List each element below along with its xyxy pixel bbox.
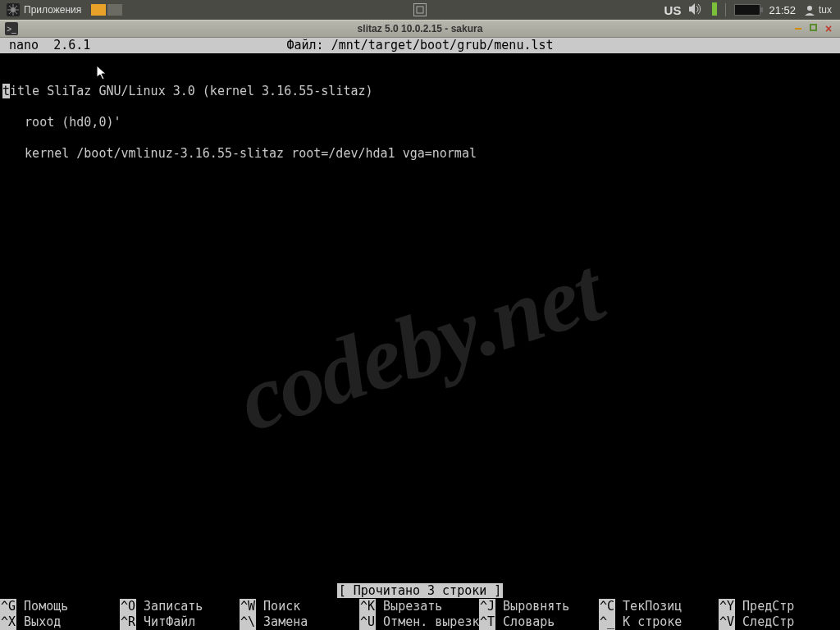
nano-file-label: Файл: /mnt/target/boot/grub/menu.lst <box>286 38 553 53</box>
nano-shortcut-search: ^W Поиск <box>240 599 359 614</box>
editor-line: kernel /boot/vmlinuz-3.16.55-slitaz root… <box>0 146 840 162</box>
user-icon <box>804 4 815 16</box>
taskbar-item-active[interactable] <box>91 4 106 16</box>
nano-shortcut-exit: ^X Выход <box>0 614 120 630</box>
taskbar-item[interactable] <box>107 4 122 16</box>
nano-footer: [ Прочитано 3 строки ] ^G Помощь ^O Запи… <box>0 583 840 630</box>
panel-separator <box>725 3 726 16</box>
nano-shortcut-cut: ^K Вырезать <box>359 599 479 614</box>
editor-line: root (hd0,0)' <box>0 115 840 130</box>
battery-icon[interactable] <box>734 4 760 16</box>
nano-shortcut-prevpage: ^Y ПредСтр <box>719 599 838 614</box>
terminal-icon: >_ <box>5 22 18 35</box>
nano-version: nano 2.6.1 <box>2 38 90 53</box>
svg-rect-7 <box>712 2 717 16</box>
window-titlebar[interactable]: >_ slitaz 5.0 10.0.2.15 - sakura × <box>0 20 840 38</box>
nano-editor-body[interactable]: title SliTaz GNU/Linux 3.0 (kernel 3.16.… <box>0 53 840 193</box>
window-close-button[interactable]: × <box>824 24 833 34</box>
svg-marker-6 <box>689 3 695 15</box>
taskbar-items <box>91 4 122 16</box>
desktop-top-panel: Приложения US 21:52 tux <box>0 0 840 20</box>
panel-center-tray <box>413 3 427 16</box>
user-name: tux <box>819 4 832 16</box>
svg-point-8 <box>807 6 812 11</box>
nano-shortcut-row: ^G Помощь ^O Записать ^W Поиск ^K Выреза… <box>0 599 840 614</box>
nano-shortcut-row: ^X Выход ^R ЧитФайл ^\ Замена ^U Отмен. … <box>0 614 840 630</box>
svg-rect-5 <box>417 7 423 13</box>
nano-shortcut-justify: ^J Выровнять <box>479 599 599 614</box>
watermark-text: codeby.net <box>240 281 600 411</box>
nano-shortcut-writeout: ^O Записать <box>120 599 240 614</box>
nano-shortcut-gotoline: ^_ К строке <box>599 614 719 630</box>
slitaz-spider-icon <box>7 3 20 16</box>
nano-shortcut-uncut: ^U Отмен. вырезк <box>359 614 479 630</box>
nano-status-text: [ Прочитано 3 строки ] <box>337 583 504 598</box>
volume-icon[interactable] <box>689 3 704 17</box>
tray-app-icon[interactable] <box>413 3 427 16</box>
nano-header-bar: nano 2.6.1 Файл: /mnt/target/boot/grub/m… <box>0 38 840 53</box>
nano-shortcut-nextpage: ^V СледСтр <box>719 614 838 630</box>
nano-shortcut-readfile: ^R ЧитФайл <box>120 614 240 630</box>
nano-shortcut-spell: ^T Словарь <box>479 614 599 630</box>
keyboard-layout-indicator[interactable]: US <box>664 3 682 17</box>
network-icon[interactable] <box>712 2 717 18</box>
editor-line: title SliTaz GNU/Linux 3.0 (kernel 3.16.… <box>0 84 840 99</box>
window-title: slitaz 5.0 10.0.2.15 - sakura <box>358 23 483 34</box>
user-menu[interactable]: tux <box>804 4 832 16</box>
nano-shortcut-replace: ^\ Замена <box>240 614 359 630</box>
terminal[interactable]: nano 2.6.1 Файл: /mnt/target/boot/grub/m… <box>0 38 840 630</box>
applications-menu-label: Приложения <box>24 4 81 16</box>
nano-shortcut-help: ^G Помощь <box>0 599 120 614</box>
nano-shortcut-curpos: ^C ТекПозиц <box>599 599 719 614</box>
nano-cursor: t <box>2 84 10 98</box>
window-maximize-button[interactable] <box>810 24 817 31</box>
applications-menu-button[interactable]: Приложения <box>0 0 88 20</box>
nano-status-line: [ Прочитано 3 строки ] <box>0 583 840 599</box>
window-minimize-button[interactable] <box>793 24 803 34</box>
clock[interactable]: 21:52 <box>769 4 796 16</box>
